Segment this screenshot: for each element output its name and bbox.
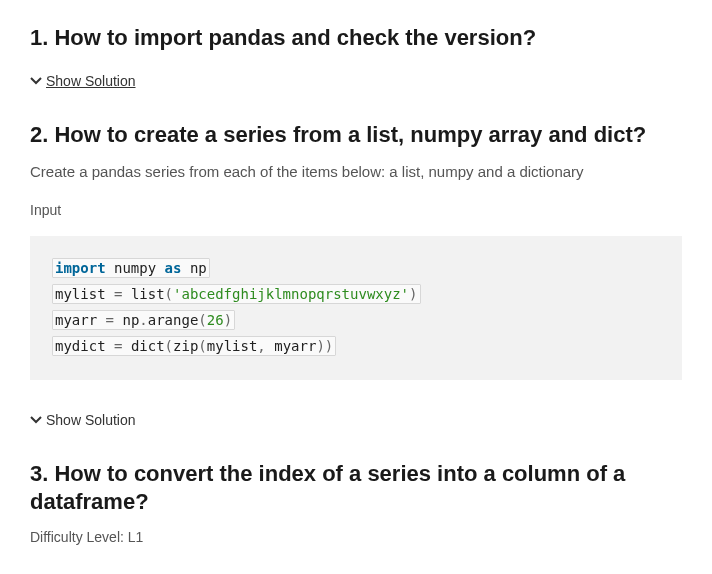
code-token: mylist [55,286,106,302]
question-2-desc: Create a pandas series from each of the … [30,161,682,182]
difficulty-label: Difficulty Level: L1 [30,529,682,545]
question-2-heading: 2. How to create a series from a list, n… [30,121,682,150]
code-token: ( [198,312,206,328]
code-token: = [114,338,122,354]
code-token: np [190,260,207,276]
code-token: list [131,286,165,302]
code-token [266,338,274,354]
code-token: dict [131,338,165,354]
code-token: np [122,312,139,328]
code-token: , [257,338,265,354]
code-line-4: mydict = dict(zip(mylist, myarr)) [52,334,660,360]
code-token: myarr [274,338,316,354]
code-token: ( [165,286,173,302]
show-solution-label: Show Solution [46,412,136,428]
code-line-3: myarr = np.arange(26) [52,308,660,334]
question-3-heading: 3. How to convert the index of a series … [30,460,682,517]
code-token: = [106,312,114,328]
code-token: myarr [55,312,97,328]
show-solution-toggle-1[interactable]: Show Solution [30,73,136,89]
question-1-heading: 1. How to import pandas and check the ve… [30,24,682,53]
code-token: = [114,286,122,302]
code-token: arange [148,312,199,328]
code-token: ) [316,338,324,354]
code-token: mydict [55,338,106,354]
show-solution-label: Show Solution [46,73,136,89]
code-token: ) [224,312,232,328]
code-token: ) [325,338,333,354]
article-body: 1. How to import pandas and check the ve… [0,24,712,574]
code-token: 26 [207,312,224,328]
code-token: import [55,260,106,276]
code-token: ) [409,286,417,302]
chevron-down-icon [30,414,42,426]
code-token: mylist [207,338,258,354]
code-line-2: mylist = list('abcedfghijklmnopqrstuvwxy… [52,282,660,308]
chevron-down-icon [30,75,42,87]
code-token: zip [173,338,198,354]
input-label: Input [30,202,682,218]
code-token: as [165,260,182,276]
code-token: numpy [114,260,156,276]
code-token: 'abcedfghijklmnopqrstuvwxyz' [173,286,409,302]
code-token: ( [165,338,173,354]
code-block: import numpy as np mylist = list('abcedf… [30,236,682,380]
code-line-1: import numpy as np [52,256,660,282]
code-token: ( [198,338,206,354]
show-solution-toggle-2[interactable]: Show Solution [30,412,136,428]
code-token: . [139,312,147,328]
